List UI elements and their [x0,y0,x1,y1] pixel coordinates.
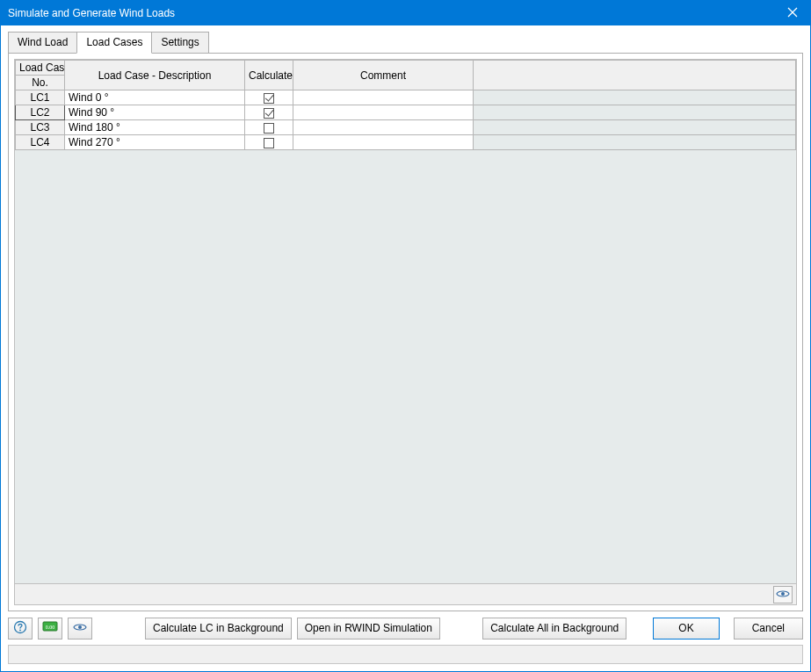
status-bar [8,645,803,664]
eye-icon [776,589,790,601]
grid-footer-toolbar [15,583,796,604]
cell-description[interactable]: Wind 0 ° [65,90,245,105]
cell-comment[interactable] [293,105,474,120]
help-icon [13,620,27,637]
cell-calculated[interactable] [245,120,293,135]
checkbox-icon[interactable] [264,93,274,104]
svg-point-7 [78,625,82,629]
tab-load-cases[interactable]: Load Cases [76,32,152,54]
svg-point-2 [781,592,785,596]
ok-button[interactable]: OK [653,618,719,639]
cell-calculated[interactable] [245,90,293,105]
title-bar: Simulate and Generate Wind Loads [1,1,810,25]
view-toggle-button[interactable] [773,586,793,603]
cell-comment[interactable] [293,120,474,135]
eye-icon [73,622,87,634]
checkbox-icon[interactable] [264,108,274,119]
open-rwind-button[interactable]: Open in RWIND Simulation [297,618,440,639]
units-icon: 0.00 [42,621,58,636]
button-label: OK [678,622,693,634]
col-header-no-line2: No. [16,76,65,90]
calculate-lc-background-button[interactable]: Calculate LC in Background [145,618,292,639]
grid-header: Load Case Load Case - Description Calcul… [16,61,796,90]
cell-blank [474,135,796,150]
table-row[interactable]: LC2Wind 90 ° [16,105,796,120]
table-row[interactable]: LC3Wind 180 ° [16,120,796,135]
cell-load-case-no[interactable]: LC2 [16,105,65,120]
help-button[interactable] [8,618,33,639]
cell-calculated[interactable] [245,105,293,120]
svg-text:0.00: 0.00 [46,625,55,630]
checkbox-icon[interactable] [264,123,274,134]
tab-wind-load[interactable]: Wind Load [8,32,77,54]
cell-calculated[interactable] [245,135,293,150]
cancel-button[interactable]: Cancel [734,618,803,639]
window-title: Simulate and Generate Wind Loads [8,7,775,19]
close-icon [787,7,798,20]
col-header-comment: Comment [293,61,474,90]
view-button[interactable] [68,618,92,639]
table-row[interactable]: LC1Wind 0 ° [16,90,796,105]
calculate-all-background-button[interactable]: Calculate All in Background [482,618,626,639]
col-header-no-line1: Load Case [16,61,65,76]
tab-label: Wind Load [18,36,68,48]
cell-description[interactable]: Wind 90 ° [65,105,245,120]
cell-blank [474,90,796,105]
cell-load-case-no[interactable]: LC4 [16,135,65,150]
dialog-window: Simulate and Generate Wind Loads Wind Lo… [0,0,811,672]
cell-comment[interactable] [293,90,474,105]
cell-comment[interactable] [293,135,474,150]
button-bar: 0.00 Calculate LC in Background Open in … [8,617,803,639]
tab-strip: Wind Load Load Cases Settings [8,31,803,53]
cell-load-case-no[interactable]: LC3 [16,120,65,135]
units-button[interactable]: 0.00 [38,618,62,639]
tab-label: Load Cases [86,36,142,48]
col-header-desc: Load Case - Description [65,61,245,90]
cell-load-case-no[interactable]: LC1 [16,90,65,105]
cell-blank [474,105,796,120]
col-header-calc: Calculated [245,61,293,90]
tab-settings[interactable]: Settings [151,32,208,54]
button-label: Cancel [752,622,785,634]
cell-blank [474,120,796,135]
close-button[interactable] [775,1,810,25]
load-cases-grid[interactable]: Load Case Load Case - Description Calcul… [14,59,797,605]
checkbox-icon[interactable] [264,138,274,148]
cell-description[interactable]: Wind 180 ° [65,120,245,135]
col-header-blank [474,61,796,90]
tab-panel: Load Case Load Case - Description Calcul… [8,53,803,611]
tab-label: Settings [161,36,199,48]
button-label: Open in RWIND Simulation [305,622,432,634]
svg-point-4 [19,629,21,631]
cell-description[interactable]: Wind 270 ° [65,135,245,150]
table-row[interactable]: LC4Wind 270 ° [16,135,796,150]
button-label: Calculate All in Background [490,622,619,634]
button-label: Calculate LC in Background [153,622,284,634]
